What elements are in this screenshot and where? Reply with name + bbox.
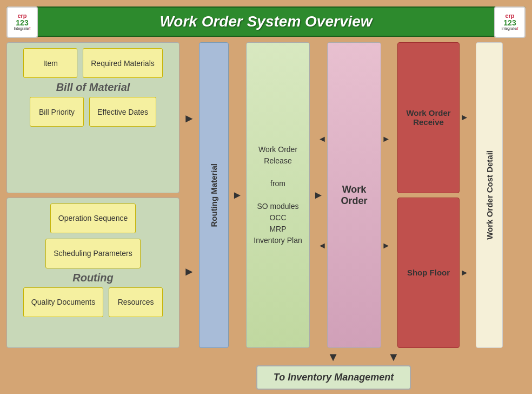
wo-to-receive-arrow: ► (382, 134, 390, 144)
bom-title: Bill of Material (12, 81, 174, 94)
scheduling-parameters-box: Scheduling Parameters (45, 239, 141, 268)
work-order-release-column: Work Order Release from SO modules OCC M… (246, 42, 310, 348)
effective-dates-box: Effective Dates (89, 97, 156, 127)
required-materials-box: Required Materials (83, 48, 163, 78)
logo-right: erp 123 Integrateit (494, 6, 526, 38)
item-box: Item (23, 48, 77, 78)
work-order-column: Work Order ► ◄ ► ◄ (327, 42, 381, 348)
quality-documents-box: Quality Documents (23, 287, 103, 317)
receive-to-cost-arrow: ► (460, 113, 469, 122)
logo-integrate-text: Integrateit (14, 27, 30, 31)
shop-to-wo-arrow: ◄ (318, 241, 327, 251)
bom-top-boxes: Item Required Materials (12, 48, 174, 78)
routing-to-release-arrow: ► (232, 42, 243, 348)
release-to-wo-arrow: ► (313, 42, 324, 348)
inventory-label: To Inventory Management (274, 372, 394, 383)
wo-to-shop-arrow: ► (382, 241, 390, 251)
wo-down-arrow: ▼ (388, 350, 400, 364)
routing-top-boxes: Operation Sequence Scheduling Parameters (12, 203, 174, 268)
work-order-receive-box: Work Order Receive ► (397, 42, 460, 193)
cost-detail-label: Work Order Cost Detail (485, 150, 494, 240)
routing-arrow: ► (183, 265, 195, 279)
routing-title: Routing (12, 272, 174, 284)
content-row: Item Required Materials Bill of Material… (6, 42, 526, 348)
routing-section: Operation Sequence Scheduling Parameters… (6, 198, 179, 349)
operation-sequence-box: Operation Sequence (50, 203, 136, 233)
right-sub-panel: Work Order Receive ► Shop Floor ► (397, 42, 460, 348)
bom-bottom-boxes: Bill Priority Effective Dates (12, 97, 174, 127)
cost-detail-column: Work Order Cost Detail (476, 42, 503, 348)
routing-arrows: ► ► (183, 42, 196, 348)
shop-floor-box: Shop Floor ► (397, 198, 460, 349)
logo-left: erp 123 Integrateit (6, 6, 38, 38)
bom-routing-panel: Item Required Materials Bill of Material… (6, 42, 179, 348)
main-container: erp 123 Integrateit erp 123 Integrateit … (0, 0, 532, 394)
header: Work Order System Overview (6, 6, 526, 37)
shop-to-cost-arrow: ► (460, 268, 469, 278)
header-title: Work Order System Overview (159, 13, 372, 30)
logo-123-right: 123 (503, 19, 516, 27)
logo-123-text: 123 (16, 19, 28, 27)
logo-integrate-right: Integrateit (501, 27, 518, 31)
receive-to-wo-arrow: ◄ (318, 134, 327, 144)
routing-bottom-boxes: Quality Documents Resources (12, 287, 174, 317)
work-order-label: Work Order (328, 184, 381, 207)
work-order-release-text: Work Order Release from SO modules OCC M… (252, 144, 304, 246)
resources-box: Resources (109, 287, 163, 317)
bom-arrow: ► (183, 111, 195, 126)
inventory-management-box: To Inventory Management (256, 365, 411, 390)
routing-material-label: Routing Material (209, 163, 218, 227)
release-down-arrow: ▼ (327, 350, 339, 364)
bill-priority-box: Bill Priority (30, 97, 84, 127)
bom-section: Item Required Materials Bill of Material… (6, 42, 179, 193)
routing-material-column: Routing Material (199, 42, 229, 348)
